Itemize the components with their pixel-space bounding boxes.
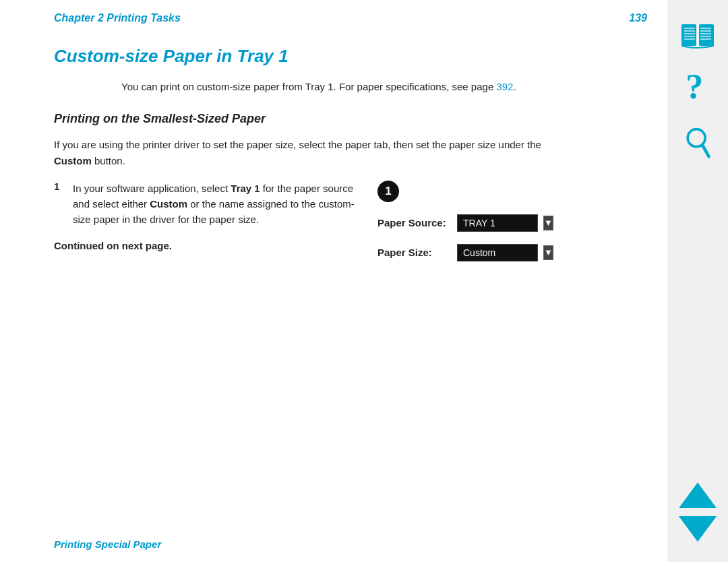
navigate-up-button[interactable] (679, 482, 717, 508)
navigate-down-button[interactable] (679, 516, 717, 542)
intro-text: You can print on custom-size paper from … (121, 81, 496, 92)
main-content: Custom-size Paper in Tray 1 You can prin… (0, 30, 607, 280)
sidebar: ? (667, 0, 728, 562)
step1-text-before: In your software application, select (73, 183, 231, 194)
paper-source-value: TRAY 1 (463, 218, 495, 228)
book-icon[interactable] (680, 20, 715, 50)
footer-text: Printing Special Paper (54, 538, 161, 550)
step-area: 1 In your software application, select T… (54, 181, 553, 274)
step1-bold1: Tray 1 (231, 183, 260, 194)
paper-size-arrow[interactable]: ▼ (543, 245, 553, 260)
step-1-text: In your software application, select Tra… (73, 181, 364, 228)
page-footer: Printing Special Paper (54, 538, 161, 550)
paper-source-row: Paper Source: TRAY 1 ▼ (377, 214, 553, 232)
paper-source-arrow[interactable]: ▼ (543, 216, 553, 230)
section-bold: Custom (54, 155, 92, 166)
page-number: 139 (629, 12, 647, 24)
svg-line-15 (702, 146, 708, 157)
paper-size-row: Paper Size: Custom ▼ (377, 244, 553, 261)
section-body: If you are using the printer driver to s… (54, 137, 553, 168)
intro-paragraph: You can print on custom-size paper from … (121, 79, 553, 94)
paper-source-label: Paper Source: (377, 217, 452, 228)
section-body-text: If you are using the printer driver to s… (54, 139, 541, 150)
page-title: Custom-size Paper in Tray 1 (54, 46, 553, 67)
continued-text: Continued on next page. (54, 240, 364, 251)
step-1-item: 1 In your software application, select T… (54, 181, 364, 228)
section-title: Printing on the Smallest-Sized Paper (54, 111, 553, 127)
step1-bold2: Custom (150, 198, 187, 210)
section-after: button. (92, 155, 125, 166)
question-icon[interactable]: ? (684, 69, 712, 108)
paper-size-dropdown[interactable]: Custom (457, 244, 538, 261)
paper-size-label: Paper Size: (377, 247, 452, 258)
step-left: 1 In your software application, select T… (54, 181, 364, 274)
paper-size-value: Custom (463, 247, 495, 258)
intro-text-after: . (513, 81, 516, 92)
nav-arrows (679, 482, 717, 542)
svg-text:?: ? (686, 69, 703, 106)
paper-source-dropdown[interactable]: TRAY 1 (457, 214, 538, 232)
svg-rect-1 (699, 24, 714, 46)
step-number: 1 (54, 181, 65, 228)
page-header: Chapter 2 Printing Tasks 139 (0, 0, 728, 30)
chapter-label: Chapter 2 Printing Tasks (54, 12, 181, 24)
svg-rect-0 (681, 24, 696, 46)
page-link[interactable]: 392 (496, 81, 513, 92)
step-badge: 1 (377, 181, 399, 202)
search-icon[interactable] (683, 127, 712, 160)
step-right: 1 Paper Source: TRAY 1 ▼ Paper Size: Cus… (377, 181, 553, 274)
